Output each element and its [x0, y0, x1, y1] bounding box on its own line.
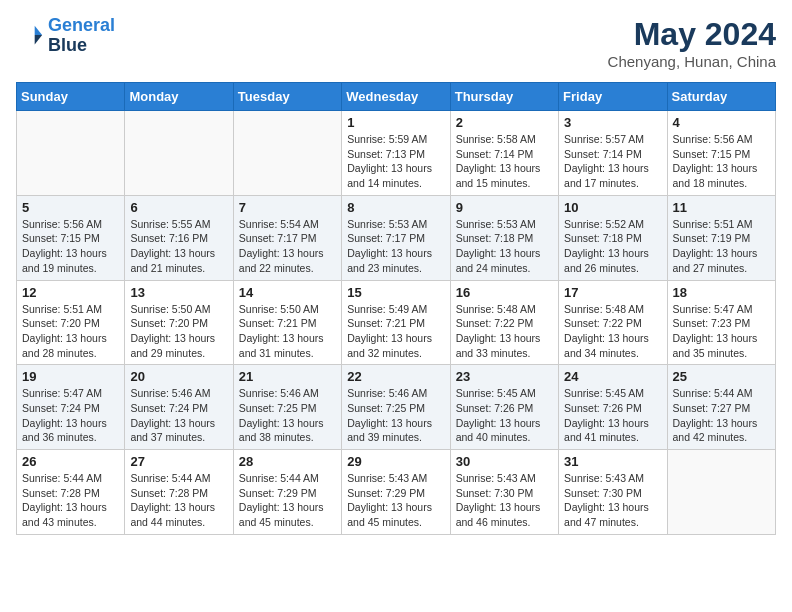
calendar-week-row: 1Sunrise: 5:59 AM Sunset: 7:13 PM Daylig… — [17, 111, 776, 196]
calendar-cell: 2Sunrise: 5:58 AM Sunset: 7:14 PM Daylig… — [450, 111, 558, 196]
header-row: SundayMondayTuesdayWednesdayThursdayFrid… — [17, 83, 776, 111]
day-number: 31 — [564, 454, 661, 469]
day-number: 26 — [22, 454, 119, 469]
day-number: 3 — [564, 115, 661, 130]
calendar-cell: 26Sunrise: 5:44 AM Sunset: 7:28 PM Dayli… — [17, 450, 125, 535]
day-info: Sunrise: 5:50 AM Sunset: 7:20 PM Dayligh… — [130, 302, 227, 361]
calendar-cell: 15Sunrise: 5:49 AM Sunset: 7:21 PM Dayli… — [342, 280, 450, 365]
calendar-cell: 12Sunrise: 5:51 AM Sunset: 7:20 PM Dayli… — [17, 280, 125, 365]
day-number: 6 — [130, 200, 227, 215]
calendar-cell: 20Sunrise: 5:46 AM Sunset: 7:24 PM Dayli… — [125, 365, 233, 450]
calendar-cell: 17Sunrise: 5:48 AM Sunset: 7:22 PM Dayli… — [559, 280, 667, 365]
calendar-cell: 18Sunrise: 5:47 AM Sunset: 7:23 PM Dayli… — [667, 280, 775, 365]
calendar-cell: 13Sunrise: 5:50 AM Sunset: 7:20 PM Dayli… — [125, 280, 233, 365]
calendar-cell: 7Sunrise: 5:54 AM Sunset: 7:17 PM Daylig… — [233, 195, 341, 280]
svg-marker-1 — [35, 35, 42, 44]
day-number: 28 — [239, 454, 336, 469]
day-info: Sunrise: 5:46 AM Sunset: 7:24 PM Dayligh… — [130, 386, 227, 445]
calendar-cell: 24Sunrise: 5:45 AM Sunset: 7:26 PM Dayli… — [559, 365, 667, 450]
month-year: May 2024 — [608, 16, 776, 53]
day-number: 25 — [673, 369, 770, 384]
day-of-week-header: Tuesday — [233, 83, 341, 111]
location: Chenyang, Hunan, China — [608, 53, 776, 70]
day-number: 12 — [22, 285, 119, 300]
day-number: 23 — [456, 369, 553, 384]
day-info: Sunrise: 5:51 AM Sunset: 7:20 PM Dayligh… — [22, 302, 119, 361]
day-of-week-header: Sunday — [17, 83, 125, 111]
day-of-week-header: Monday — [125, 83, 233, 111]
day-number: 11 — [673, 200, 770, 215]
day-info: Sunrise: 5:50 AM Sunset: 7:21 PM Dayligh… — [239, 302, 336, 361]
calendar-cell: 22Sunrise: 5:46 AM Sunset: 7:25 PM Dayli… — [342, 365, 450, 450]
day-number: 17 — [564, 285, 661, 300]
day-number: 16 — [456, 285, 553, 300]
calendar-cell: 30Sunrise: 5:43 AM Sunset: 7:30 PM Dayli… — [450, 450, 558, 535]
day-number: 20 — [130, 369, 227, 384]
day-number: 14 — [239, 285, 336, 300]
day-info: Sunrise: 5:47 AM Sunset: 7:23 PM Dayligh… — [673, 302, 770, 361]
page-header: General Blue May 2024 Chenyang, Hunan, C… — [16, 16, 776, 70]
day-number: 2 — [456, 115, 553, 130]
day-info: Sunrise: 5:46 AM Sunset: 7:25 PM Dayligh… — [239, 386, 336, 445]
calendar-cell: 8Sunrise: 5:53 AM Sunset: 7:17 PM Daylig… — [342, 195, 450, 280]
day-of-week-header: Friday — [559, 83, 667, 111]
calendar-cell — [667, 450, 775, 535]
day-info: Sunrise: 5:43 AM Sunset: 7:30 PM Dayligh… — [564, 471, 661, 530]
day-of-week-header: Wednesday — [342, 83, 450, 111]
day-number: 27 — [130, 454, 227, 469]
day-of-week-header: Saturday — [667, 83, 775, 111]
day-number: 30 — [456, 454, 553, 469]
day-number: 8 — [347, 200, 444, 215]
logo-text: General Blue — [48, 16, 115, 56]
day-number: 4 — [673, 115, 770, 130]
day-number: 10 — [564, 200, 661, 215]
calendar-cell: 6Sunrise: 5:55 AM Sunset: 7:16 PM Daylig… — [125, 195, 233, 280]
svg-marker-0 — [35, 26, 42, 35]
calendar-cell: 10Sunrise: 5:52 AM Sunset: 7:18 PM Dayli… — [559, 195, 667, 280]
calendar-cell: 21Sunrise: 5:46 AM Sunset: 7:25 PM Dayli… — [233, 365, 341, 450]
calendar-cell: 19Sunrise: 5:47 AM Sunset: 7:24 PM Dayli… — [17, 365, 125, 450]
calendar-cell: 14Sunrise: 5:50 AM Sunset: 7:21 PM Dayli… — [233, 280, 341, 365]
logo-icon — [16, 22, 44, 50]
calendar-cell: 28Sunrise: 5:44 AM Sunset: 7:29 PM Dayli… — [233, 450, 341, 535]
calendar-cell: 31Sunrise: 5:43 AM Sunset: 7:30 PM Dayli… — [559, 450, 667, 535]
calendar-cell: 23Sunrise: 5:45 AM Sunset: 7:26 PM Dayli… — [450, 365, 558, 450]
day-info: Sunrise: 5:54 AM Sunset: 7:17 PM Dayligh… — [239, 217, 336, 276]
day-number: 13 — [130, 285, 227, 300]
title-area: May 2024 Chenyang, Hunan, China — [608, 16, 776, 70]
day-number: 15 — [347, 285, 444, 300]
calendar-cell: 1Sunrise: 5:59 AM Sunset: 7:13 PM Daylig… — [342, 111, 450, 196]
day-number: 7 — [239, 200, 336, 215]
day-info: Sunrise: 5:44 AM Sunset: 7:28 PM Dayligh… — [22, 471, 119, 530]
calendar-cell — [233, 111, 341, 196]
calendar-week-row: 5Sunrise: 5:56 AM Sunset: 7:15 PM Daylig… — [17, 195, 776, 280]
day-info: Sunrise: 5:56 AM Sunset: 7:15 PM Dayligh… — [673, 132, 770, 191]
day-info: Sunrise: 5:57 AM Sunset: 7:14 PM Dayligh… — [564, 132, 661, 191]
calendar-header: SundayMondayTuesdayWednesdayThursdayFrid… — [17, 83, 776, 111]
day-info: Sunrise: 5:46 AM Sunset: 7:25 PM Dayligh… — [347, 386, 444, 445]
day-info: Sunrise: 5:51 AM Sunset: 7:19 PM Dayligh… — [673, 217, 770, 276]
day-info: Sunrise: 5:49 AM Sunset: 7:21 PM Dayligh… — [347, 302, 444, 361]
calendar-cell: 16Sunrise: 5:48 AM Sunset: 7:22 PM Dayli… — [450, 280, 558, 365]
day-number: 21 — [239, 369, 336, 384]
day-info: Sunrise: 5:43 AM Sunset: 7:30 PM Dayligh… — [456, 471, 553, 530]
day-number: 19 — [22, 369, 119, 384]
day-info: Sunrise: 5:48 AM Sunset: 7:22 PM Dayligh… — [564, 302, 661, 361]
day-info: Sunrise: 5:44 AM Sunset: 7:29 PM Dayligh… — [239, 471, 336, 530]
day-info: Sunrise: 5:56 AM Sunset: 7:15 PM Dayligh… — [22, 217, 119, 276]
calendar-cell: 27Sunrise: 5:44 AM Sunset: 7:28 PM Dayli… — [125, 450, 233, 535]
calendar-body: 1Sunrise: 5:59 AM Sunset: 7:13 PM Daylig… — [17, 111, 776, 535]
day-info: Sunrise: 5:45 AM Sunset: 7:26 PM Dayligh… — [456, 386, 553, 445]
calendar-cell: 25Sunrise: 5:44 AM Sunset: 7:27 PM Dayli… — [667, 365, 775, 450]
calendar-cell — [17, 111, 125, 196]
day-info: Sunrise: 5:58 AM Sunset: 7:14 PM Dayligh… — [456, 132, 553, 191]
calendar-cell: 11Sunrise: 5:51 AM Sunset: 7:19 PM Dayli… — [667, 195, 775, 280]
day-number: 1 — [347, 115, 444, 130]
day-number: 22 — [347, 369, 444, 384]
calendar-week-row: 26Sunrise: 5:44 AM Sunset: 7:28 PM Dayli… — [17, 450, 776, 535]
day-info: Sunrise: 5:44 AM Sunset: 7:28 PM Dayligh… — [130, 471, 227, 530]
calendar-cell: 29Sunrise: 5:43 AM Sunset: 7:29 PM Dayli… — [342, 450, 450, 535]
day-info: Sunrise: 5:44 AM Sunset: 7:27 PM Dayligh… — [673, 386, 770, 445]
day-info: Sunrise: 5:43 AM Sunset: 7:29 PM Dayligh… — [347, 471, 444, 530]
day-info: Sunrise: 5:59 AM Sunset: 7:13 PM Dayligh… — [347, 132, 444, 191]
